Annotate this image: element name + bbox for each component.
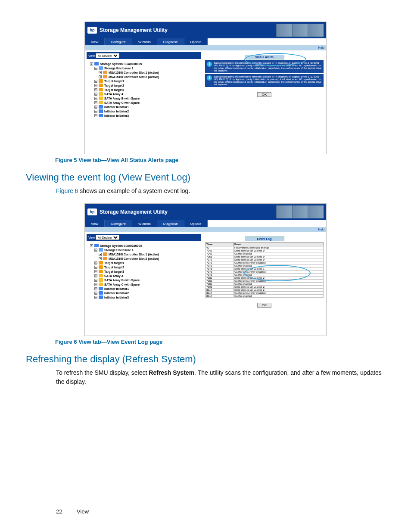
- expand-icon[interactable]: ■: [94, 97, 97, 100]
- ok-button[interactable]: OK: [257, 303, 272, 308]
- tree-item[interactable]: ■Storage System SGA0100005: [87, 243, 201, 248]
- tree-item[interactable]: ■Target target3: [87, 87, 201, 92]
- header-photo: [276, 24, 324, 37]
- expand-icon[interactable]: ■: [99, 257, 102, 260]
- tree-label: Initiator initiator2: [104, 110, 129, 113]
- figure6-link[interactable]: Figure 6: [56, 187, 78, 194]
- expand-icon[interactable]: ■: [94, 249, 97, 252]
- help-link[interactable]: Help: [85, 227, 326, 232]
- tree-item[interactable]: ■SATA Array C with Spare: [87, 282, 201, 286]
- tree-item[interactable]: ■SATA Array A: [87, 274, 201, 278]
- view-label: View: [88, 54, 95, 57]
- view-dropdown-bar: View All Devices: [87, 234, 201, 241]
- expand-icon[interactable]: ■: [99, 75, 102, 78]
- cell-event: State change on volume 2: [234, 277, 324, 280]
- device-icon: [99, 101, 103, 104]
- tree-item[interactable]: ■MSA1510i Controller Slot 1 (Active): [87, 70, 201, 75]
- expand-icon[interactable]: ■: [94, 80, 97, 83]
- ok-button[interactable]: OK: [257, 92, 272, 97]
- expand-icon[interactable]: ■: [94, 110, 97, 113]
- tab-configure[interactable]: Configure: [105, 38, 132, 45]
- smu-left-panel: View All Devices ■Storage System SGA0100…: [85, 50, 202, 154]
- view-select[interactable]: All Devices: [96, 235, 119, 240]
- tree-item[interactable]: ■Target target1: [87, 261, 201, 265]
- tree-item[interactable]: ■Initiator initiator2: [87, 291, 201, 295]
- tab-diagnose[interactable]: Diagnose: [157, 220, 184, 227]
- tree-item[interactable]: ■MSA1510i Controller Slot 2 (Active): [87, 75, 201, 79]
- table-row: 7042State change on volume 0: [206, 249, 324, 252]
- cell-time: 8014: [206, 289, 234, 292]
- table-row: 7082Cache enabled: [206, 283, 324, 286]
- tree-item[interactable]: ■Initiator initiator3: [87, 295, 201, 299]
- tab-update[interactable]: Update: [184, 38, 208, 45]
- device-icon: [99, 109, 103, 113]
- tree-label: Initiator initiator3: [104, 296, 129, 299]
- tree-item[interactable]: ■Storage Enclosure 1: [87, 66, 201, 70]
- expand-icon[interactable]: ■: [90, 244, 93, 247]
- expand-icon[interactable]: ■: [99, 71, 102, 74]
- tree-item[interactable]: ■MSA1510i Controller Slot 2 (Active): [87, 256, 201, 261]
- cell-time: 7072: [206, 258, 234, 261]
- tree-item[interactable]: ■Target target2: [87, 83, 201, 87]
- tree-item[interactable]: ■Target target3: [87, 269, 201, 274]
- page-footer: 22 View: [56, 508, 89, 515]
- expand-icon[interactable]: ■: [94, 274, 97, 277]
- expand-icon[interactable]: ■: [94, 296, 97, 299]
- expand-icon[interactable]: ■: [94, 270, 97, 273]
- device-icon: [99, 66, 103, 70]
- tree-item[interactable]: ■SATA Array C with Spare: [87, 100, 201, 105]
- expand-icon[interactable]: ■: [94, 287, 97, 290]
- expand-icon[interactable]: ■: [90, 62, 93, 65]
- tree-item[interactable]: ■Target target2: [87, 265, 201, 269]
- expand-icon[interactable]: ■: [94, 93, 97, 96]
- tab-view[interactable]: View: [85, 38, 105, 45]
- tree-item[interactable]: ■SATA Array A: [87, 92, 201, 96]
- expand-icon[interactable]: ■: [94, 84, 97, 87]
- cell-event: State change on volume 2: [234, 286, 324, 289]
- section-body: Figure 6 shows an example of a system ev…: [56, 187, 385, 196]
- device-icon: [103, 75, 107, 78]
- tree-item[interactable]: ■Initiator initiator3: [87, 113, 201, 118]
- tab-wizards[interactable]: Wizards: [132, 220, 157, 227]
- view-dropdown-bar: View All Devices: [87, 52, 201, 59]
- tree-item[interactable]: ■Initiator initiator1: [87, 286, 201, 291]
- expand-icon[interactable]: ■: [94, 283, 97, 286]
- tree-item[interactable]: ■SATA Array B with Spare: [87, 278, 201, 282]
- view-select[interactable]: All Devices: [96, 53, 119, 58]
- tree-item[interactable]: ■Storage Enclosure 1: [87, 248, 201, 252]
- tab-wizards[interactable]: Wizards: [132, 38, 157, 45]
- device-icon: [99, 296, 103, 299]
- expand-icon[interactable]: ■: [99, 253, 102, 256]
- status-alert: i Background parity initialization is cu…: [205, 74, 324, 87]
- tree-item[interactable]: ■SATA Array B with Spare: [87, 96, 201, 100]
- expand-icon[interactable]: ■: [94, 106, 97, 109]
- expand-icon[interactable]: ■: [94, 114, 97, 117]
- expand-icon[interactable]: ■: [94, 292, 97, 295]
- cell-time: 7072: [206, 261, 234, 264]
- tree-label: SATA Array A: [104, 274, 123, 277]
- expand-icon[interactable]: ■: [94, 101, 97, 104]
- tree-item[interactable]: ■MSA1510i Controller Slot 1 (Active): [87, 252, 201, 256]
- tree-label: SATA Array C with Spare: [104, 101, 140, 104]
- expand-icon[interactable]: ■: [94, 266, 97, 269]
- cell-time: 7066: [206, 255, 234, 258]
- tab-update[interactable]: Update: [184, 220, 208, 227]
- table-row: 7072Cache temporarily disabled: [206, 261, 324, 264]
- tab-diagnose[interactable]: Diagnose: [157, 38, 184, 45]
- expand-icon[interactable]: ■: [94, 261, 97, 264]
- tab-view[interactable]: View: [85, 220, 105, 227]
- cell-time: 8014: [206, 295, 234, 298]
- section-body-refresh: To refresh the SMU display, select Refre…: [56, 368, 385, 386]
- tree-item[interactable]: ■Storage System SGA0100005: [87, 62, 201, 66]
- table-row: 7076Cache temporarily disabled: [206, 271, 324, 274]
- expand-icon[interactable]: ■: [94, 88, 97, 91]
- expand-icon[interactable]: ■: [94, 279, 97, 282]
- cell-event: Cache enabled: [234, 295, 324, 298]
- tree-item[interactable]: ■Target target1: [87, 79, 201, 83]
- tree-item[interactable]: ■Initiator initiator1: [87, 105, 201, 109]
- tab-configure[interactable]: Configure: [105, 220, 132, 227]
- table-row: 40Parameter(s) changed change: [206, 246, 324, 249]
- tree-item[interactable]: ■Initiator initiator2: [87, 109, 201, 113]
- expand-icon[interactable]: ■: [94, 67, 97, 70]
- help-link[interactable]: Help: [85, 45, 326, 50]
